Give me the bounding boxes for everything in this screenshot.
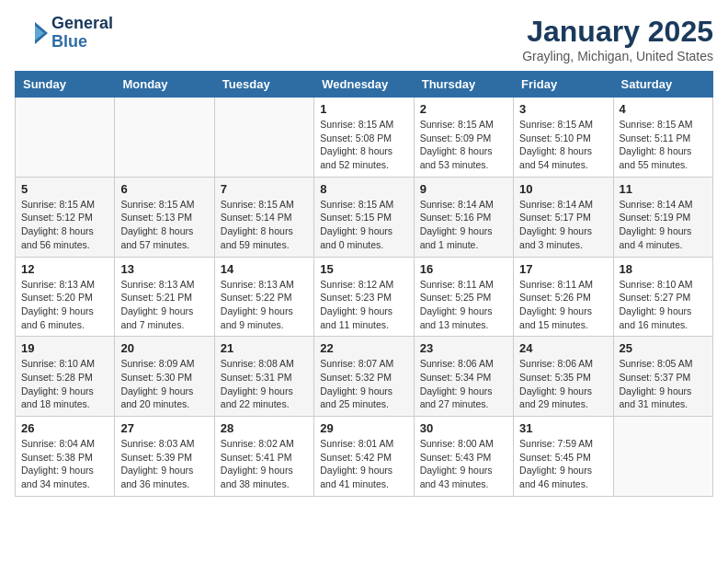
calendar-cell: 11Sunrise: 8:14 AM Sunset: 5:19 PM Dayli…: [613, 177, 712, 257]
day-number: 18: [620, 262, 707, 276]
day-detail: Sunrise: 8:13 AM Sunset: 5:22 PM Dayligh…: [221, 278, 308, 332]
day-detail: Sunrise: 7:59 AM Sunset: 5:45 PM Dayligh…: [519, 437, 607, 491]
day-detail: Sunrise: 8:06 AM Sunset: 5:35 PM Dayligh…: [519, 357, 607, 411]
day-detail: Sunrise: 8:15 AM Sunset: 5:13 PM Dayligh…: [120, 198, 208, 252]
calendar-cell: 26Sunrise: 8:04 AM Sunset: 5:38 PM Dayli…: [16, 417, 115, 497]
calendar-cell: 5Sunrise: 8:15 AM Sunset: 5:12 PM Daylig…: [16, 177, 115, 257]
calendar-cell: 27Sunrise: 8:03 AM Sunset: 5:39 PM Dayli…: [115, 417, 214, 497]
day-number: 13: [120, 262, 208, 276]
day-number: 21: [221, 341, 308, 355]
calendar-cell: 1Sunrise: 8:15 AM Sunset: 5:08 PM Daylig…: [314, 98, 414, 178]
calendar-header-row: SundayMondayTuesdayWednesdayThursdayFrid…: [16, 72, 713, 98]
calendar-cell: 19Sunrise: 8:10 AM Sunset: 5:28 PM Dayli…: [16, 337, 115, 417]
day-detail: Sunrise: 8:13 AM Sunset: 5:21 PM Dayligh…: [120, 278, 208, 332]
calendar-cell: 4Sunrise: 8:15 AM Sunset: 5:11 PM Daylig…: [613, 98, 712, 178]
day-detail: Sunrise: 8:00 AM Sunset: 5:43 PM Dayligh…: [420, 437, 507, 491]
day-detail: Sunrise: 8:08 AM Sunset: 5:31 PM Dayligh…: [221, 357, 308, 411]
day-header-saturday: Saturday: [613, 72, 712, 98]
day-number: 23: [420, 341, 507, 355]
day-number: 22: [320, 341, 407, 355]
day-number: 26: [21, 421, 108, 435]
calendar-cell: 29Sunrise: 8:01 AM Sunset: 5:42 PM Dayli…: [314, 417, 414, 497]
day-number: 5: [21, 182, 108, 196]
day-header-wednesday: Wednesday: [314, 72, 414, 98]
day-number: 12: [21, 262, 108, 276]
day-number: 15: [320, 262, 407, 276]
day-number: 10: [519, 182, 607, 196]
calendar-cell: 20Sunrise: 8:09 AM Sunset: 5:30 PM Dayli…: [115, 337, 214, 417]
day-detail: Sunrise: 8:01 AM Sunset: 5:42 PM Dayligh…: [320, 437, 407, 491]
day-detail: Sunrise: 8:15 AM Sunset: 5:12 PM Dayligh…: [21, 198, 108, 252]
calendar-cell: 24Sunrise: 8:06 AM Sunset: 5:35 PM Dayli…: [514, 337, 613, 417]
day-number: 25: [620, 341, 707, 355]
day-detail: Sunrise: 8:14 AM Sunset: 5:19 PM Dayligh…: [620, 198, 707, 252]
day-detail: Sunrise: 8:15 AM Sunset: 5:11 PM Dayligh…: [620, 118, 707, 172]
calendar-cell: 8Sunrise: 8:15 AM Sunset: 5:15 PM Daylig…: [314, 177, 414, 257]
day-number: 14: [221, 262, 308, 276]
calendar-cell: 17Sunrise: 8:11 AM Sunset: 5:26 PM Dayli…: [514, 257, 613, 337]
day-number: 28: [221, 421, 308, 435]
calendar-cell: 12Sunrise: 8:13 AM Sunset: 5:20 PM Dayli…: [16, 257, 115, 337]
calendar-cell: 18Sunrise: 8:10 AM Sunset: 5:27 PM Dayli…: [613, 257, 712, 337]
day-detail: Sunrise: 8:06 AM Sunset: 5:34 PM Dayligh…: [420, 357, 507, 411]
day-detail: Sunrise: 8:02 AM Sunset: 5:41 PM Dayligh…: [221, 437, 308, 491]
calendar-cell: 28Sunrise: 8:02 AM Sunset: 5:41 PM Dayli…: [214, 417, 313, 497]
title-area: January 2025 Grayling, Michigan, United …: [522, 15, 713, 63]
calendar-cell: 9Sunrise: 8:14 AM Sunset: 5:16 PM Daylig…: [414, 177, 513, 257]
location-title: Grayling, Michigan, United States: [522, 49, 713, 63]
calendar-body: 1Sunrise: 8:15 AM Sunset: 5:08 PM Daylig…: [16, 98, 713, 497]
day-detail: Sunrise: 8:13 AM Sunset: 5:20 PM Dayligh…: [21, 278, 108, 332]
day-number: 24: [519, 341, 607, 355]
calendar-cell: 23Sunrise: 8:06 AM Sunset: 5:34 PM Dayli…: [414, 337, 513, 417]
calendar-week-5: 26Sunrise: 8:04 AM Sunset: 5:38 PM Dayli…: [16, 417, 713, 497]
day-number: 31: [519, 421, 607, 435]
header: General Blue January 2025 Grayling, Mich…: [15, 15, 713, 63]
calendar-cell: [115, 98, 214, 178]
day-detail: Sunrise: 8:07 AM Sunset: 5:32 PM Dayligh…: [320, 357, 407, 411]
day-detail: Sunrise: 8:14 AM Sunset: 5:17 PM Dayligh…: [519, 198, 607, 252]
calendar-week-4: 19Sunrise: 8:10 AM Sunset: 5:28 PM Dayli…: [16, 337, 713, 417]
calendar-cell: 6Sunrise: 8:15 AM Sunset: 5:13 PM Daylig…: [115, 177, 214, 257]
calendar-cell: [613, 417, 712, 497]
day-number: 16: [420, 262, 507, 276]
day-detail: Sunrise: 8:03 AM Sunset: 5:39 PM Dayligh…: [120, 437, 208, 491]
logo-text: General Blue: [51, 15, 113, 52]
day-number: 7: [221, 182, 308, 196]
day-detail: Sunrise: 8:15 AM Sunset: 5:15 PM Dayligh…: [320, 198, 407, 252]
calendar-cell: 21Sunrise: 8:08 AM Sunset: 5:31 PM Dayli…: [214, 337, 313, 417]
calendar-cell: 14Sunrise: 8:13 AM Sunset: 5:22 PM Dayli…: [214, 257, 313, 337]
day-detail: Sunrise: 8:15 AM Sunset: 5:14 PM Dayligh…: [221, 198, 308, 252]
day-number: 6: [120, 182, 208, 196]
day-number: 9: [420, 182, 507, 196]
day-header-thursday: Thursday: [414, 72, 513, 98]
calendar-cell: 10Sunrise: 8:14 AM Sunset: 5:17 PM Dayli…: [514, 177, 613, 257]
day-detail: Sunrise: 8:15 AM Sunset: 5:09 PM Dayligh…: [420, 118, 507, 172]
day-detail: Sunrise: 8:11 AM Sunset: 5:26 PM Dayligh…: [519, 278, 607, 332]
calendar-table: SundayMondayTuesdayWednesdayThursdayFrid…: [15, 71, 713, 497]
day-header-sunday: Sunday: [16, 72, 115, 98]
calendar-cell: 13Sunrise: 8:13 AM Sunset: 5:21 PM Dayli…: [115, 257, 214, 337]
day-detail: Sunrise: 8:05 AM Sunset: 5:37 PM Dayligh…: [620, 357, 707, 411]
day-detail: Sunrise: 8:15 AM Sunset: 5:10 PM Dayligh…: [519, 118, 607, 172]
calendar-cell: 3Sunrise: 8:15 AM Sunset: 5:10 PM Daylig…: [514, 98, 613, 178]
logo: General Blue: [15, 15, 113, 52]
day-number: 20: [120, 341, 208, 355]
day-number: 27: [120, 421, 208, 435]
calendar-cell: [214, 98, 313, 178]
logo-icon: [15, 17, 48, 50]
calendar-cell: 15Sunrise: 8:12 AM Sunset: 5:23 PM Dayli…: [314, 257, 414, 337]
day-number: 19: [21, 341, 108, 355]
day-number: 3: [519, 102, 607, 116]
day-detail: Sunrise: 8:14 AM Sunset: 5:16 PM Dayligh…: [420, 198, 507, 252]
calendar-cell: 25Sunrise: 8:05 AM Sunset: 5:37 PM Dayli…: [613, 337, 712, 417]
day-number: 30: [420, 421, 507, 435]
calendar-cell: 7Sunrise: 8:15 AM Sunset: 5:14 PM Daylig…: [214, 177, 313, 257]
day-number: 1: [320, 102, 407, 116]
day-number: 8: [320, 182, 407, 196]
day-detail: Sunrise: 8:12 AM Sunset: 5:23 PM Dayligh…: [320, 278, 407, 332]
day-detail: Sunrise: 8:04 AM Sunset: 5:38 PM Dayligh…: [21, 437, 108, 491]
day-number: 2: [420, 102, 507, 116]
calendar-week-3: 12Sunrise: 8:13 AM Sunset: 5:20 PM Dayli…: [16, 257, 713, 337]
day-detail: Sunrise: 8:10 AM Sunset: 5:28 PM Dayligh…: [21, 357, 108, 411]
calendar-cell: [16, 98, 115, 178]
